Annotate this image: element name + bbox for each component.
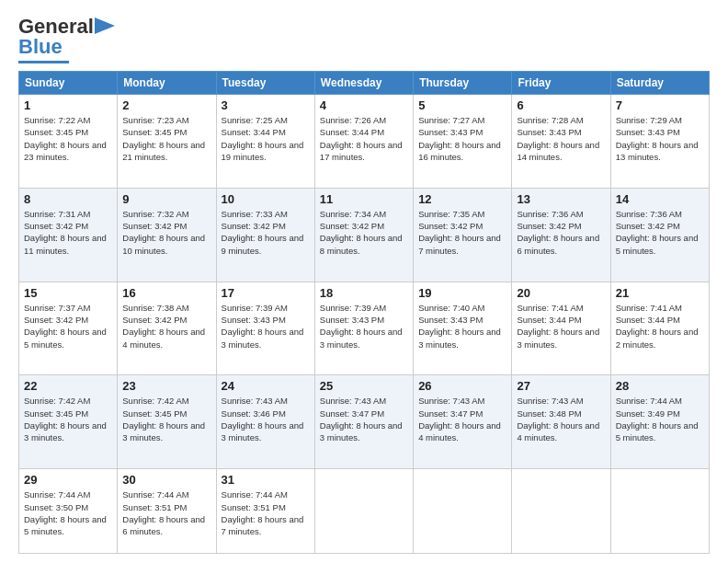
day-info: Sunrise: 7:44 AMSunset: 3:51 PMDaylight:…	[122, 488, 210, 537]
header-saturday: Saturday	[610, 72, 709, 95]
calendar-week-row: 8Sunrise: 7:31 AMSunset: 3:42 PMDaylight…	[19, 188, 710, 282]
header-tuesday: Tuesday	[216, 72, 314, 95]
day-info: Sunrise: 7:27 AMSunset: 3:43 PMDaylight:…	[418, 114, 506, 163]
calendar-day-cell: 3Sunrise: 7:25 AMSunset: 3:44 PMDaylight…	[216, 95, 314, 189]
logo: General Blue	[18, 15, 115, 63]
calendar-day-cell: 28Sunrise: 7:44 AMSunset: 3:49 PMDayligh…	[610, 375, 709, 469]
calendar-day-cell: 29Sunrise: 7:44 AMSunset: 3:50 PMDayligh…	[19, 469, 118, 554]
calendar-week-row: 29Sunrise: 7:44 AMSunset: 3:50 PMDayligh…	[19, 469, 710, 554]
calendar-day-cell: 17Sunrise: 7:39 AMSunset: 3:43 PMDayligh…	[216, 282, 314, 375]
calendar-day-cell: 26Sunrise: 7:43 AMSunset: 3:47 PMDayligh…	[414, 375, 512, 469]
header-monday: Monday	[118, 72, 216, 95]
calendar-day-cell	[610, 469, 709, 554]
day-number: 1	[24, 98, 112, 112]
calendar-day-cell	[314, 469, 413, 554]
calendar-day-cell: 30Sunrise: 7:44 AMSunset: 3:51 PMDayligh…	[118, 469, 216, 554]
calendar-day-cell: 14Sunrise: 7:36 AMSunset: 3:42 PMDayligh…	[610, 188, 709, 282]
day-info: Sunrise: 7:26 AMSunset: 3:44 PMDaylight:…	[320, 114, 408, 163]
day-number: 13	[517, 192, 605, 206]
day-info: Sunrise: 7:41 AMSunset: 3:44 PMDaylight:…	[517, 302, 605, 350]
day-info: Sunrise: 7:43 AMSunset: 3:47 PMDaylight:…	[418, 395, 506, 443]
calendar-day-cell: 8Sunrise: 7:31 AMSunset: 3:42 PMDaylight…	[19, 188, 118, 282]
calendar-day-cell	[414, 469, 512, 554]
calendar-day-cell: 31Sunrise: 7:44 AMSunset: 3:51 PMDayligh…	[216, 469, 314, 554]
day-number: 20	[517, 286, 605, 300]
day-number: 2	[122, 98, 210, 112]
day-number: 22	[24, 379, 112, 393]
day-number: 28	[616, 379, 704, 393]
day-number: 12	[418, 192, 506, 206]
day-number: 29	[24, 473, 112, 487]
day-number: 23	[122, 379, 210, 393]
calendar-day-cell: 4Sunrise: 7:26 AMSunset: 3:44 PMDaylight…	[314, 95, 413, 189]
day-number: 5	[418, 98, 506, 112]
day-number: 15	[24, 286, 112, 300]
header-thursday: Thursday	[414, 72, 512, 95]
day-number: 6	[517, 98, 605, 112]
day-info: Sunrise: 7:38 AMSunset: 3:42 PMDaylight:…	[122, 302, 210, 350]
day-number: 26	[418, 379, 506, 393]
calendar-day-cell: 1Sunrise: 7:22 AMSunset: 3:45 PMDaylight…	[19, 95, 118, 189]
day-number: 24	[222, 379, 310, 393]
day-number: 9	[122, 192, 210, 206]
header-wednesday: Wednesday	[314, 72, 413, 95]
calendar-day-cell: 6Sunrise: 7:28 AMSunset: 3:43 PMDaylight…	[512, 95, 610, 189]
day-info: Sunrise: 7:39 AMSunset: 3:43 PMDaylight:…	[222, 302, 310, 350]
calendar-day-cell: 11Sunrise: 7:34 AMSunset: 3:42 PMDayligh…	[314, 188, 413, 282]
day-info: Sunrise: 7:42 AMSunset: 3:45 PMDaylight:…	[122, 395, 210, 443]
day-info: Sunrise: 7:36 AMSunset: 3:42 PMDaylight:…	[517, 208, 605, 257]
calendar-day-cell: 10Sunrise: 7:33 AMSunset: 3:42 PMDayligh…	[216, 188, 314, 282]
page: General Blue Sunday Monday Tuesday Wedne…	[0, 0, 728, 563]
calendar-day-cell: 2Sunrise: 7:23 AMSunset: 3:45 PMDaylight…	[118, 95, 216, 189]
calendar-day-cell: 16Sunrise: 7:38 AMSunset: 3:42 PMDayligh…	[118, 282, 216, 375]
day-info: Sunrise: 7:43 AMSunset: 3:48 PMDaylight:…	[517, 395, 605, 443]
day-info: Sunrise: 7:43 AMSunset: 3:46 PMDaylight:…	[222, 395, 310, 443]
calendar-table: Sunday Monday Tuesday Wednesday Thursday…	[18, 71, 710, 554]
header-friday: Friday	[512, 72, 610, 95]
day-info: Sunrise: 7:35 AMSunset: 3:42 PMDaylight:…	[418, 208, 506, 257]
calendar-day-cell	[512, 469, 610, 554]
day-number: 31	[222, 473, 310, 487]
day-number: 11	[320, 192, 408, 206]
day-number: 8	[24, 192, 112, 206]
calendar-week-row: 22Sunrise: 7:42 AMSunset: 3:45 PMDayligh…	[19, 375, 710, 469]
day-info: Sunrise: 7:39 AMSunset: 3:43 PMDaylight:…	[320, 302, 408, 350]
calendar-day-cell: 13Sunrise: 7:36 AMSunset: 3:42 PMDayligh…	[512, 188, 610, 282]
day-number: 10	[222, 192, 310, 206]
logo-arrow-icon	[95, 17, 115, 34]
day-number: 3	[222, 98, 310, 112]
calendar-week-row: 15Sunrise: 7:37 AMSunset: 3:42 PMDayligh…	[19, 282, 710, 375]
day-number: 19	[418, 286, 506, 300]
day-info: Sunrise: 7:44 AMSunset: 3:49 PMDaylight:…	[616, 395, 704, 443]
day-number: 27	[517, 379, 605, 393]
day-info: Sunrise: 7:44 AMSunset: 3:51 PMDaylight:…	[222, 488, 310, 537]
day-info: Sunrise: 7:29 AMSunset: 3:43 PMDaylight:…	[616, 114, 704, 163]
day-info: Sunrise: 7:44 AMSunset: 3:50 PMDaylight:…	[24, 488, 112, 537]
day-info: Sunrise: 7:25 AMSunset: 3:44 PMDaylight:…	[222, 114, 310, 163]
calendar-day-cell: 18Sunrise: 7:39 AMSunset: 3:43 PMDayligh…	[314, 282, 413, 375]
logo-text-blue: Blue	[18, 35, 63, 59]
day-info: Sunrise: 7:37 AMSunset: 3:42 PMDaylight:…	[24, 302, 112, 350]
day-info: Sunrise: 7:40 AMSunset: 3:43 PMDaylight:…	[418, 302, 506, 350]
day-info: Sunrise: 7:28 AMSunset: 3:43 PMDaylight:…	[517, 114, 605, 163]
calendar-week-row: 1Sunrise: 7:22 AMSunset: 3:45 PMDaylight…	[19, 95, 710, 189]
day-info: Sunrise: 7:31 AMSunset: 3:42 PMDaylight:…	[24, 208, 112, 257]
day-number: 25	[320, 379, 408, 393]
day-info: Sunrise: 7:23 AMSunset: 3:45 PMDaylight:…	[122, 114, 210, 163]
calendar-day-cell: 27Sunrise: 7:43 AMSunset: 3:48 PMDayligh…	[512, 375, 610, 469]
day-number: 17	[222, 286, 310, 300]
day-number: 14	[616, 192, 704, 206]
day-info: Sunrise: 7:42 AMSunset: 3:45 PMDaylight:…	[24, 395, 112, 443]
calendar-day-cell: 15Sunrise: 7:37 AMSunset: 3:42 PMDayligh…	[19, 282, 118, 375]
calendar-day-cell: 22Sunrise: 7:42 AMSunset: 3:45 PMDayligh…	[19, 375, 118, 469]
logo-underline	[18, 61, 69, 63]
day-info: Sunrise: 7:43 AMSunset: 3:47 PMDaylight:…	[320, 395, 408, 443]
calendar-day-cell: 23Sunrise: 7:42 AMSunset: 3:45 PMDayligh…	[118, 375, 216, 469]
day-info: Sunrise: 7:36 AMSunset: 3:42 PMDaylight:…	[616, 208, 704, 257]
day-number: 4	[320, 98, 408, 112]
calendar-day-cell: 21Sunrise: 7:41 AMSunset: 3:44 PMDayligh…	[610, 282, 709, 375]
calendar-day-cell: 25Sunrise: 7:43 AMSunset: 3:47 PMDayligh…	[314, 375, 413, 469]
day-number: 18	[320, 286, 408, 300]
calendar-day-cell: 5Sunrise: 7:27 AMSunset: 3:43 PMDaylight…	[414, 95, 512, 189]
calendar-day-cell: 9Sunrise: 7:32 AMSunset: 3:42 PMDaylight…	[118, 188, 216, 282]
